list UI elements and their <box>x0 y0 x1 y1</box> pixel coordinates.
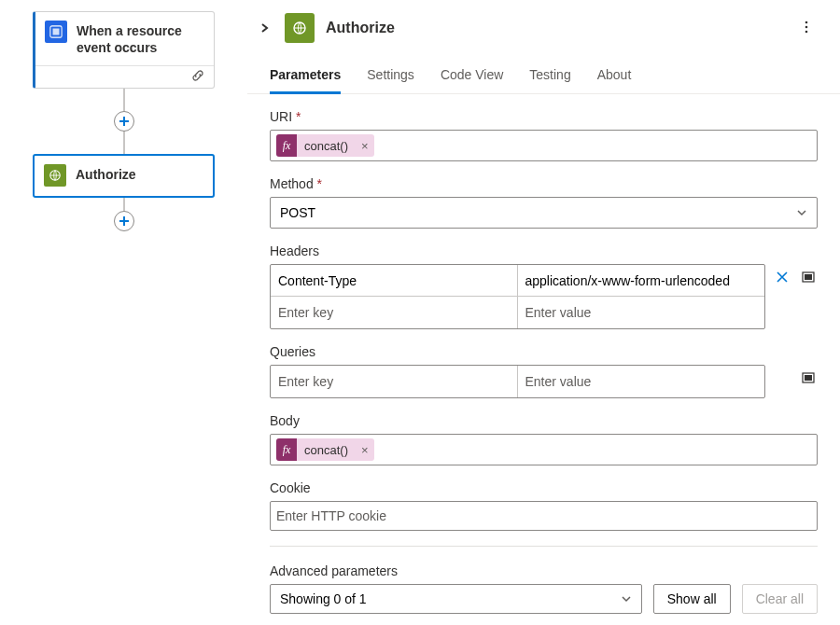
header-value-new[interactable] <box>525 305 758 320</box>
tab-code-view[interactable]: Code View <box>441 60 503 94</box>
svg-rect-8 <box>805 275 808 277</box>
connection-link-icon <box>191 69 204 85</box>
queries-grid <box>270 365 765 398</box>
svg-point-5 <box>805 25 808 28</box>
node-action-title: Authorize <box>76 164 136 183</box>
svg-rect-1 <box>53 29 60 35</box>
config-panel: Authorize Parameters Settings Code View … <box>247 0 840 625</box>
insert-expression-button[interactable] <box>799 370 818 385</box>
cookie-input[interactable] <box>270 501 818 531</box>
panel-title: Authorize <box>326 20 395 36</box>
insert-expression-button[interactable] <box>799 270 818 285</box>
svg-rect-13 <box>805 376 808 378</box>
edge <box>123 132 125 154</box>
remove-token-button[interactable]: × <box>356 139 374 153</box>
fx-icon: fx <box>276 134 297 157</box>
expression-token[interactable]: fx concat() × <box>276 438 374 461</box>
svg-rect-10 <box>805 278 808 280</box>
svg-rect-11 <box>809 278 812 280</box>
tabs: Parameters Settings Code View Testing Ab… <box>247 54 840 94</box>
header-key-new[interactable] <box>278 305 510 320</box>
divider <box>270 546 818 547</box>
body-label: Body <box>270 413 818 428</box>
svg-point-6 <box>805 30 808 33</box>
svg-point-4 <box>805 21 808 23</box>
show-all-button[interactable]: Show all <box>653 584 731 614</box>
collapse-panel-button[interactable] <box>255 22 273 34</box>
body-input[interactable]: fx concat() × <box>270 434 818 465</box>
http-icon <box>44 164 66 187</box>
headers-grid <box>270 264 765 329</box>
fx-icon: fx <box>276 438 297 461</box>
remove-header-row-button[interactable] <box>773 270 791 285</box>
header-value-0[interactable] <box>525 273 758 288</box>
workflow-canvas: When a resource event occurs Authorize <box>0 0 247 625</box>
node-trigger-title: When a resource event occurs <box>77 21 204 56</box>
tab-testing[interactable]: Testing <box>529 60 570 94</box>
method-select[interactable]: POST <box>270 197 818 229</box>
cookie-label: Cookie <box>270 480 818 495</box>
tab-parameters[interactable]: Parameters <box>270 60 341 94</box>
parameters-form: URI fx concat() × Method POST Headers <box>247 94 840 625</box>
svg-rect-16 <box>809 379 812 381</box>
remove-token-button[interactable]: × <box>356 443 374 457</box>
svg-rect-14 <box>809 376 812 378</box>
edge <box>123 198 125 211</box>
add-step-button[interactable] <box>114 211 134 231</box>
expression-token[interactable]: fx concat() × <box>276 134 374 157</box>
http-icon <box>285 13 315 43</box>
node-authorize[interactable]: Authorize <box>33 154 215 198</box>
advanced-label: Advanced parameters <box>270 563 818 578</box>
svg-rect-9 <box>809 275 812 277</box>
tab-about[interactable]: About <box>597 60 632 94</box>
eventgrid-icon <box>45 21 67 43</box>
clear-all-button: Clear all <box>742 584 818 614</box>
query-key-new[interactable] <box>278 374 510 389</box>
svg-rect-15 <box>805 379 808 381</box>
edge <box>123 89 125 111</box>
uri-input[interactable]: fx concat() × <box>270 130 818 161</box>
headers-label: Headers <box>270 243 818 258</box>
tab-settings[interactable]: Settings <box>367 60 414 94</box>
advanced-params-select[interactable]: Showing 0 of 1 <box>270 584 642 614</box>
panel-more-button[interactable] <box>795 16 818 41</box>
query-value-new[interactable] <box>525 374 758 389</box>
queries-label: Queries <box>270 344 818 359</box>
method-label: Method <box>270 176 818 191</box>
header-key-0[interactable] <box>278 273 510 288</box>
uri-label: URI <box>270 109 818 124</box>
node-trigger[interactable]: When a resource event occurs <box>33 11 215 89</box>
add-step-button[interactable] <box>114 111 134 132</box>
